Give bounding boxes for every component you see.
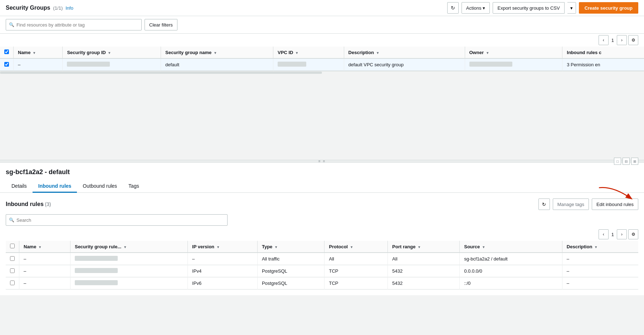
- inbound-col-sg-rule-label: Security group rule...: [75, 244, 121, 249]
- export-dropdown-button[interactable]: ▾: [567, 2, 576, 14]
- inbound-row-checkbox-2[interactable]: [10, 268, 15, 273]
- inbound-page-number: 1: [610, 232, 615, 237]
- select-all-col: [0, 47, 14, 58]
- row-owner-cell: [465, 58, 562, 71]
- filter-bar: 🔍 Clear filters: [0, 16, 644, 34]
- inbound-refresh-button[interactable]: ↻: [538, 198, 550, 210]
- inbound-prev-button[interactable]: ‹: [599, 229, 609, 239]
- row-checkbox[interactable]: [4, 62, 9, 67]
- search-input[interactable]: [16, 22, 138, 28]
- inbound-row-sg-rule-3: [70, 277, 187, 289]
- inbound-rules-panel: Inbound rules (3) ↻ Manage tags Edit inb…: [0, 193, 644, 295]
- inbound-row-port-1: All: [388, 253, 460, 265]
- inbound-row-protocol-1: All: [325, 253, 388, 265]
- inbound-table-row[interactable]: – IPv6 PostgreSQL TCP 5432 ::/0 –: [6, 277, 638, 289]
- col-name-sort-icon: ▾: [33, 51, 35, 55]
- page-title: Security Groups: [6, 5, 50, 11]
- create-security-group-button[interactable]: Create security group: [579, 2, 638, 14]
- inbound-row-ip-3: IPv6: [188, 277, 258, 289]
- inbound-row-type-1: All traffic: [257, 253, 325, 265]
- inbound-col-sg-rule[interactable]: Security group rule... ▾: [70, 241, 187, 253]
- col-sg-name[interactable]: Security group name ▾: [161, 47, 273, 58]
- inbound-col-port-range[interactable]: Port range ▾: [388, 241, 460, 253]
- col-name[interactable]: Name ▾: [14, 47, 63, 58]
- export-label: Export security groups to CSV: [497, 5, 560, 11]
- sg-rule-redacted-1: [75, 256, 118, 261]
- row-sg-name-cell: default: [161, 58, 273, 71]
- inbound-table-header: Name ▾ Security group rule... ▾ IP versi…: [6, 241, 638, 253]
- inbound-col-type[interactable]: Type ▾: [257, 241, 325, 253]
- select-all-checkbox[interactable]: [4, 49, 9, 54]
- col-vpc-id[interactable]: VPC ID ▾: [273, 47, 344, 58]
- lower-pagination: ‹ 1 › ⚙: [6, 229, 638, 239]
- inbound-next-button[interactable]: ›: [617, 229, 627, 239]
- resize-handle[interactable]: = = □ ⊟ ⊞: [0, 160, 644, 163]
- inbound-col-source[interactable]: Source ▾: [460, 241, 562, 253]
- clear-filters-button[interactable]: Clear filters: [145, 19, 177, 30]
- inbound-col-description[interactable]: Description ▾: [562, 241, 638, 253]
- tab-inbound-rules[interactable]: Inbound rules: [33, 180, 77, 193]
- resize-icon-3[interactable]: ⊞: [631, 158, 638, 165]
- inbound-row-checkbox-3[interactable]: [10, 281, 15, 285]
- inbound-col-protocol[interactable]: Protocol ▾: [325, 241, 388, 253]
- inbound-select-all-checkbox[interactable]: [10, 244, 15, 248]
- inbound-row-source-3: ::/0: [460, 277, 562, 289]
- row-sg-id-cell: [63, 58, 161, 71]
- inbound-search-container: 🔍: [6, 214, 228, 226]
- page-number: 1: [610, 38, 615, 43]
- refresh-button[interactable]: ↻: [447, 2, 459, 14]
- inbound-row-source-1: sg-bcf1a2a2 / default: [460, 253, 562, 265]
- inbound-col-name[interactable]: Name ▾: [19, 241, 70, 253]
- manage-tags-button[interactable]: Manage tags: [553, 198, 589, 210]
- inbound-col-protocol-sort-icon: ▾: [351, 245, 352, 249]
- inbound-row-port-3: 5432: [388, 277, 460, 289]
- inbound-count: (3): [45, 201, 51, 207]
- tabs: Details Inbound rules Outbound rules Tag…: [0, 180, 644, 193]
- inbound-col-ip-version[interactable]: IP version ▾: [188, 241, 258, 253]
- inbound-title: Inbound rules: [6, 201, 44, 207]
- inbound-row-name-2: –: [19, 265, 70, 277]
- count-badge: (1/1): [53, 5, 63, 11]
- info-link[interactable]: Info: [65, 5, 73, 11]
- actions-button[interactable]: Actions ▾: [462, 2, 490, 14]
- col-sg-name-sort-icon: ▾: [214, 51, 216, 55]
- tab-outbound-rules[interactable]: Outbound rules: [77, 180, 123, 193]
- inbound-table-row[interactable]: – IPv4 PostgreSQL TCP 5432 0.0.0.0/0 –: [6, 265, 638, 277]
- export-button[interactable]: Export security groups to CSV: [493, 2, 564, 14]
- inbound-row-desc-3: –: [562, 277, 638, 289]
- pagination-settings-button[interactable]: ⚙: [628, 35, 638, 45]
- resize-icon-2[interactable]: ⊟: [623, 158, 630, 165]
- next-page-button[interactable]: ›: [617, 35, 627, 45]
- inbound-search-input[interactable]: [16, 217, 224, 223]
- inbound-pagination-settings-button[interactable]: ⚙: [628, 229, 638, 239]
- upper-pagination-bar: ‹ 1 › ⚙: [0, 34, 644, 47]
- inbound-table-row[interactable]: – – All traffic All All sg-bcf1a2a2 / de…: [6, 253, 638, 265]
- col-description[interactable]: Description ▾: [344, 47, 465, 58]
- horizontal-scrollbar[interactable]: [0, 71, 644, 74]
- tab-outbound-rules-label: Outbound rules: [83, 183, 117, 189]
- inbound-col-sg-rule-sort-icon: ▾: [124, 245, 126, 249]
- inbound-col-desc-sort-icon: ▾: [595, 245, 597, 249]
- edit-inbound-rules-button[interactable]: Edit inbound rules: [592, 198, 638, 210]
- sg-id-redacted: [67, 62, 110, 67]
- col-owner-sort-icon: ▾: [487, 51, 488, 55]
- resize-icon-1[interactable]: □: [614, 158, 621, 165]
- tab-tags[interactable]: Tags: [123, 180, 145, 193]
- col-description-sort-icon: ▾: [377, 51, 379, 55]
- tab-details[interactable]: Details: [6, 180, 33, 193]
- inbound-row-port-2: 5432: [388, 265, 460, 277]
- inbound-row-ip-2: IPv4: [188, 265, 258, 277]
- table-row[interactable]: – default default VPC security group 3 P…: [0, 58, 644, 71]
- inbound-col-protocol-label: Protocol: [329, 244, 348, 249]
- col-sg-id[interactable]: Security group ID ▾: [63, 47, 161, 58]
- inbound-row-checkbox-1[interactable]: [10, 256, 15, 261]
- col-sg-id-sort-icon: ▾: [108, 51, 110, 55]
- col-vpc-id-sort-icon: ▾: [296, 51, 298, 55]
- inbound-col-port-sort-icon: ▾: [418, 245, 420, 249]
- inbound-col-name-label: Name: [24, 244, 36, 249]
- prev-page-button[interactable]: ‹: [599, 35, 609, 45]
- inbound-row-type-3: PostgreSQL: [257, 277, 325, 289]
- inbound-col-description-label: Description: [567, 244, 592, 249]
- resize-icons: □ ⊟ ⊞: [614, 158, 638, 165]
- col-owner[interactable]: Owner ▾: [465, 47, 562, 58]
